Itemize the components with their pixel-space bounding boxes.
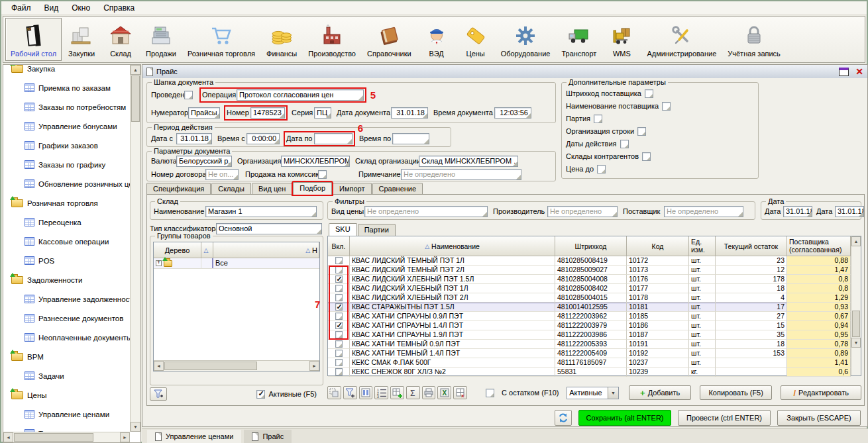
- table-row[interactable]: КВАС ЛИДСКИЙ ХЛЕБНЫЙ ПЭТ 2Л4810285004015…: [328, 293, 861, 303]
- sidebar-item[interactable]: Задачи: [3, 366, 130, 385]
- toolbar-item-ved[interactable]: ВЭД: [417, 18, 456, 61]
- refresh-button[interactable]: [555, 410, 572, 426]
- row-include-checkbox[interactable]: [328, 368, 350, 377]
- row-include-checkbox[interactable]: [328, 312, 350, 321]
- toolbar-item-desktop[interactable]: 10 Рабочий стол: [5, 18, 62, 61]
- sidebar-folder-retail[interactable]: Розничная торговля: [3, 193, 130, 213]
- toolbar-item-wms[interactable]: WMS: [602, 18, 641, 61]
- sidebar-item[interactable]: Управление бонусами: [3, 117, 130, 136]
- row-include-checkbox[interactable]: [328, 303, 350, 312]
- toolbar-item-transport[interactable]: Транспорт: [556, 18, 602, 61]
- post-button[interactable]: Провести (ctrl ENTER): [678, 410, 771, 426]
- toolbar-item-prices[interactable]: Цены: [457, 18, 495, 61]
- toolbar-item-production[interactable]: Производство: [303, 18, 361, 61]
- tab-partii[interactable]: Партии: [358, 224, 396, 236]
- row-include-checkbox[interactable]: [328, 266, 350, 275]
- series-field[interactable]: ПЦ: [314, 107, 331, 119]
- window-tab-price-management[interactable]: Управление ценами: [147, 430, 241, 443]
- close-icon[interactable]: ✕: [855, 68, 863, 75]
- expand-icon[interactable]: [156, 260, 162, 266]
- sidebar-item[interactable]: Управление задолженност: [3, 289, 130, 309]
- paste-rows-button[interactable]: [327, 386, 341, 399]
- price-type-field[interactable]: Не определено: [364, 206, 488, 217]
- scroll-right-icon[interactable]: ►: [309, 361, 319, 371]
- tree-horizontal-scrollbar[interactable]: ◄ ►: [154, 360, 319, 371]
- scroll-right-icon[interactable]: ►: [120, 432, 130, 442]
- table-row[interactable]: КЕКС СНЕЖОК 80Г ХЛ/З №25583110239кг.0,6: [328, 368, 861, 377]
- proveden-checkbox[interactable]: [184, 91, 193, 99]
- toolbar-item-retail[interactable]: Розничная торговля: [182, 18, 260, 61]
- toolbar-item-sales[interactable]: Продажи: [140, 18, 182, 61]
- date-from-field[interactable]: 31.01.18: [176, 133, 212, 144]
- tab-sku[interactable]: SKU: [329, 223, 357, 236]
- menu-file[interactable]: Файл: [5, 2, 37, 14]
- table-vertical-scrollbar[interactable]: ▲ ▼: [851, 236, 861, 375]
- table-row[interactable]: КВАС ХАТНИ СПРАУНЫ 0.9Л ПЭТ4811222003962…: [328, 312, 861, 321]
- active-f5-checkbox[interactable]: [256, 390, 265, 399]
- toolbar-item-equipment[interactable]: Оборудование: [496, 18, 556, 61]
- sidebar-horizontal-scrollbar[interactable]: ◄ ►: [3, 432, 130, 442]
- tree-column-header[interactable]: Дерево: [154, 242, 201, 258]
- close-button[interactable]: Закрыть (ESCAPE): [777, 410, 861, 426]
- tab-vid-cen[interactable]: Вид цен: [252, 183, 292, 195]
- time-to-field[interactable]: [392, 133, 429, 144]
- sidebar-item[interactable]: Переоценка: [3, 213, 130, 232]
- filter-button[interactable]: [150, 387, 167, 401]
- operation-field[interactable]: Протокол согласования цен: [237, 89, 364, 101]
- scroll-left-icon[interactable]: ◄: [154, 361, 164, 371]
- table-row[interactable]: КВАС ЛИДСКИЙ ХЛЕБНЫЙ ПЭТ 1Л4810285008402…: [328, 284, 861, 293]
- toolbar-item-finance[interactable]: Финансы: [261, 18, 302, 61]
- tab-import[interactable]: Импорт: [333, 183, 371, 195]
- menu-view[interactable]: Вид: [38, 2, 65, 14]
- numbered-list-button[interactable]: 123: [374, 386, 388, 399]
- table-row[interactable]: КВАС ХАТНИ ТЕМНЫЙ 0.9Л ПЭТ48112220053931…: [328, 340, 861, 349]
- toolbar-item-purchases[interactable]: Закупки: [62, 18, 101, 61]
- table-row[interactable]: КВАС ЛИДСКИЙ ХЛЕБНЫЙ ПЭТ 1.5Л48102850040…: [328, 275, 861, 284]
- date2-field[interactable]: 31.01.18: [835, 206, 864, 217]
- scrollbar-thumb[interactable]: [164, 362, 257, 370]
- row-include-checkbox[interactable]: [328, 321, 350, 330]
- save-button[interactable]: Сохранить (alt ENTER): [578, 410, 671, 426]
- supplier-field[interactable]: Не определено: [664, 206, 743, 217]
- row-include-checkbox[interactable]: [328, 284, 350, 293]
- col-header-barcode[interactable]: Штрихкод: [555, 236, 627, 256]
- batch-checkbox[interactable]: [594, 115, 602, 123]
- supplier-barcode-checkbox[interactable]: [645, 89, 653, 98]
- sidebar-item[interactable]: Графики заказов: [3, 136, 130, 155]
- sum-button[interactable]: Σ: [406, 386, 420, 399]
- col-header-incl[interactable]: Вкл.: [328, 236, 350, 256]
- tab-sklady[interactable]: Склады: [211, 183, 251, 195]
- sidebar-item[interactable]: Обновление розничных це: [3, 174, 130, 193]
- date-to-field[interactable]: [314, 133, 353, 144]
- currency-field[interactable]: Белорусский р...: [176, 156, 232, 167]
- sidebar-item[interactable]: Разнесение документов: [3, 309, 130, 328]
- name-column-header[interactable]: △Н: [213, 242, 319, 258]
- commission-checkbox[interactable]: [318, 170, 327, 179]
- organization-field[interactable]: МИНСКХЛЕБПРОМ ПО...: [281, 156, 350, 167]
- edit-button[interactable]: Редактировать: [781, 385, 861, 400]
- store-name-field[interactable]: Магазин 1: [205, 206, 317, 217]
- doc-date-field[interactable]: 31.01.18: [391, 107, 428, 119]
- scroll-down-icon[interactable]: ▼: [851, 338, 861, 348]
- menu-window[interactable]: Окно: [66, 2, 96, 14]
- scroll-up-icon[interactable]: ▲: [851, 236, 861, 246]
- scroll-up-icon[interactable]: ▲: [131, 65, 140, 75]
- scrollbar-thumb[interactable]: [14, 433, 93, 442]
- scroll-down-icon[interactable]: ▼: [131, 422, 140, 432]
- org-store-field[interactable]: Склад МИНСКХЛЕБПРОМ ...: [419, 156, 518, 167]
- number-field[interactable]: 1478523: [250, 107, 285, 119]
- col-header-stock[interactable]: Текущий остаток: [716, 236, 787, 256]
- row-include-checkbox[interactable]: [328, 330, 350, 340]
- add-button[interactable]: Добавить: [629, 385, 691, 400]
- table-row[interactable]: КВАС ХАТНИ СПРАУНЫ 1.4Л ПЭТ4811222003979…: [328, 321, 861, 330]
- date1-field[interactable]: 31.01.18: [783, 206, 812, 217]
- copy-button[interactable]: Копировать (F5): [700, 385, 771, 400]
- menu-help[interactable]: Справка: [97, 2, 140, 14]
- sidebar-item[interactable]: Заказы по графику: [3, 155, 130, 174]
- scroll-left-icon[interactable]: ◄: [3, 432, 13, 442]
- toolbar-item-warehouse[interactable]: Склад: [101, 18, 140, 61]
- tab-podbor[interactable]: Подбор: [293, 182, 332, 195]
- toolbar-item-account[interactable]: Учётная запись: [722, 18, 786, 61]
- export-excel-button[interactable]: X: [437, 386, 451, 399]
- col-header-supplier-price[interactable]: Поставщика (согласованная): [787, 236, 851, 256]
